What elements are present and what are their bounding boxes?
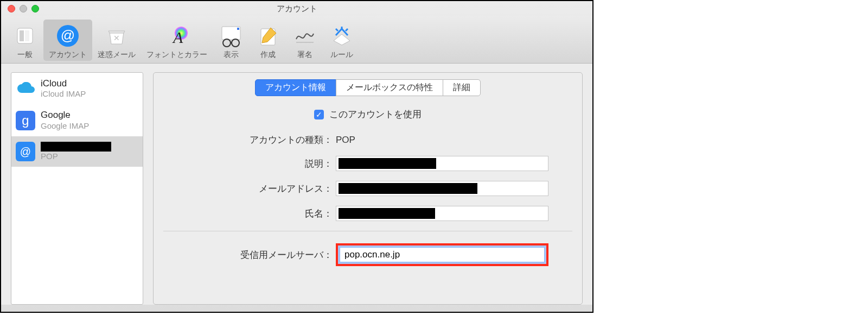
toolbar-general[interactable]: 一般 (7, 20, 43, 61)
toolbar-signatures[interactable]: 署名 (286, 20, 323, 61)
account-type-label: アカウントの種類： (163, 134, 336, 146)
account-detail-pane: アカウント情報 メールボックスの特性 詳細 ✓ このアカウントを使用 アカウント… (153, 72, 583, 305)
account-sub: Google IMAP (41, 121, 89, 131)
account-name: iCloud (41, 78, 86, 89)
close-window-button[interactable] (8, 5, 15, 12)
toolbar-accounts[interactable]: @ アカウント (43, 20, 92, 61)
icloud-icon (16, 79, 35, 98)
tab-account-info[interactable]: アカウント情報 (255, 79, 336, 96)
incoming-server-field[interactable] (340, 247, 545, 262)
toolbar-viewing[interactable]: 表示 (213, 20, 250, 61)
signature-icon (292, 23, 318, 49)
toolbar-junk[interactable]: ✕ 迷惑メール (92, 20, 141, 61)
traffic-lights (8, 5, 39, 12)
toolbar-rules[interactable]: ルール (323, 20, 360, 61)
toolbar-fonts[interactable]: A フォントとカラー (141, 20, 213, 61)
content-area: iCloud iCloud IMAP g Google Google IMAP … (1, 64, 592, 305)
email-label: メールアドレス： (163, 182, 336, 195)
svg-text:✕: ✕ (113, 34, 120, 42)
toolbar-accounts-label: アカウント (49, 50, 87, 60)
incoming-server-label: 受信用メールサーバ： (163, 249, 336, 261)
description-label: 説明： (163, 158, 336, 170)
trash-icon: ✕ (104, 23, 130, 49)
account-row-icloud[interactable]: iCloud iCloud IMAP (11, 73, 143, 104)
svg-point-10 (223, 39, 231, 47)
svg-text:A: A (172, 28, 183, 46)
toolbar-rules-label: ルール (330, 50, 353, 60)
pencil-paper-icon (255, 23, 281, 49)
toolbar-composing[interactable]: 作成 (250, 20, 286, 61)
account-sub: POP (41, 152, 111, 161)
account-type-value: POP (336, 135, 355, 146)
svg-rect-2 (25, 30, 29, 41)
account-row-pop[interactable]: @ POP (11, 136, 143, 167)
switch-icon (12, 23, 38, 49)
zoom-window-button[interactable] (31, 5, 39, 12)
account-sub: iCloud IMAP (41, 89, 86, 99)
at-icon: @ (16, 142, 35, 161)
svg-text:@: @ (20, 146, 31, 158)
account-name-redacted (41, 142, 111, 152)
glasses-icon (218, 23, 244, 49)
window-title: アカウント (5, 4, 588, 14)
account-row-google[interactable]: g Google Google IMAP (11, 104, 143, 136)
tab-mailbox-behavior[interactable]: メールボックスの特性 (336, 79, 443, 96)
enable-account-row: ✓ このアカウントを使用 (163, 108, 572, 121)
rules-icon (329, 23, 355, 49)
form-divider (163, 231, 572, 231)
preferences-window: アカウント 一般 @ アカウント ✕ 迷惑メール A フォントとカラー (0, 0, 593, 313)
font-color-icon: A (164, 23, 190, 49)
google-icon: g (16, 111, 35, 130)
toolbar-general-label: 一般 (17, 50, 33, 60)
accounts-sidebar: iCloud iCloud IMAP g Google Google IMAP … (11, 72, 143, 305)
email-field[interactable] (336, 181, 548, 196)
description-field[interactable] (336, 156, 548, 171)
enable-account-label: このアカウントを使用 (329, 108, 422, 121)
at-icon: @ (55, 23, 81, 49)
toolbar-composing-label: 作成 (260, 50, 276, 60)
enable-account-checkbox[interactable]: ✓ (314, 110, 324, 119)
fullname-label: 氏名： (163, 207, 336, 220)
account-name: Google (41, 110, 89, 121)
toolbar-signatures-label: 署名 (297, 50, 312, 60)
svg-text:@: @ (61, 27, 75, 43)
minimize-window-button[interactable] (20, 5, 27, 12)
preferences-toolbar: 一般 @ アカウント ✕ 迷惑メール A フォントとカラー 表示 (1, 16, 592, 64)
fullname-field[interactable] (336, 206, 548, 221)
titlebar: アカウント (1, 1, 592, 16)
toolbar-junk-label: 迷惑メール (98, 50, 136, 60)
incoming-server-highlight (336, 243, 548, 266)
svg-rect-1 (20, 30, 24, 41)
svg-point-11 (232, 39, 239, 47)
tab-advanced[interactable]: 詳細 (443, 79, 481, 96)
svg-rect-9 (237, 28, 239, 30)
detail-tabs: アカウント情報 メールボックスの特性 詳細 (163, 79, 572, 96)
toolbar-viewing-label: 表示 (224, 50, 239, 60)
toolbar-fonts-label: フォントとカラー (146, 50, 207, 60)
